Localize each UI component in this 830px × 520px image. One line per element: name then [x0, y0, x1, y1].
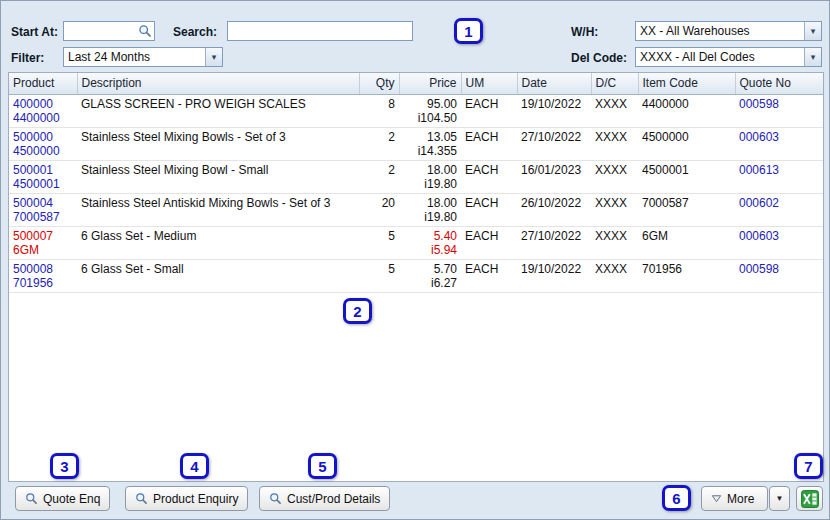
um-cell: EACH	[461, 160, 517, 193]
date-cell: 16/01/2023	[517, 160, 591, 193]
callout-4: 4	[180, 453, 209, 479]
product-cell: 5000047000587	[9, 193, 77, 226]
cust-prod-details-button[interactable]: Cust/Prod Details	[259, 486, 390, 511]
search-input[interactable]	[228, 22, 412, 40]
start-at-input[interactable]	[64, 22, 136, 40]
description-cell: 6 Glass Set - Medium	[77, 226, 359, 259]
price-inc: i14.355	[403, 144, 457, 158]
filter-label: Filter:	[11, 51, 44, 65]
product-code-link[interactable]: 500000	[13, 130, 73, 144]
description-cell: GLASS SCREEN - PRO WEIGH SCALES	[77, 94, 359, 127]
item-code-cell: 4500001	[638, 160, 735, 193]
date-cell: 19/10/2022	[517, 94, 591, 127]
more-dropdown-button[interactable]: ▼	[769, 486, 790, 511]
price-inc: i19.80	[403, 177, 457, 191]
col-header-qty[interactable]: Qty	[359, 73, 399, 94]
table-row[interactable]: 5000014500001 Stainless Steel Mixing Bow…	[9, 160, 823, 193]
product-code-link[interactable]: 500004	[13, 196, 73, 210]
quote-no-cell: 000603	[735, 127, 823, 160]
filter-select[interactable]: Last 24 Months ▾	[63, 47, 223, 67]
quote-no-cell: 000602	[735, 193, 823, 226]
warehouse-value: XX - All Warehouses	[636, 24, 804, 38]
quote-enq-label: Quote Enq	[43, 492, 100, 506]
dc-cell: XXXX	[591, 94, 638, 127]
price-ex: 5.70	[403, 262, 457, 276]
col-header-item-code[interactable]: Item Code	[638, 73, 735, 94]
quote-no-link[interactable]: 000613	[739, 163, 779, 177]
col-header-price[interactable]: Price	[399, 73, 461, 94]
product-code-link[interactable]: 4400000	[13, 111, 73, 125]
dc-cell: XXXX	[591, 259, 638, 292]
item-code-cell: 4400000	[638, 94, 735, 127]
triangle-down-icon	[711, 493, 722, 504]
warehouse-select[interactable]: XX - All Warehouses ▾	[635, 21, 822, 41]
price-cell: 13.05i14.355	[399, 127, 461, 160]
product-enquiry-button[interactable]: Product Enquiry	[125, 486, 248, 511]
product-code-link[interactable]: 4500000	[13, 144, 73, 158]
product-code-link[interactable]: 701956	[13, 276, 73, 290]
table-row[interactable]: 5000076GM 6 Glass Set - Medium 5 5.40i5.…	[9, 226, 823, 259]
product-code-link[interactable]: 4500001	[13, 177, 73, 191]
qty-cell: 8	[359, 94, 399, 127]
col-header-product[interactable]: Product	[9, 73, 77, 94]
product-code-link[interactable]: 6GM	[13, 243, 73, 257]
product-cell: 4000004400000	[9, 94, 77, 127]
price-inc: i104.50	[403, 111, 457, 125]
quote-no-cell: 000603	[735, 226, 823, 259]
quote-no-link[interactable]: 000603	[739, 229, 779, 243]
price-cell: 18.00i19.80	[399, 193, 461, 226]
quote-no-link[interactable]: 000598	[739, 262, 779, 276]
col-header-date[interactable]: Date	[517, 73, 591, 94]
quote-no-cell: 000613	[735, 160, 823, 193]
quote-no-link[interactable]: 000603	[739, 130, 779, 144]
table-row[interactable]: 5000047000587 Stainless Steel Antiskid M…	[9, 193, 823, 226]
col-header-um[interactable]: UM	[461, 73, 517, 94]
quote-no-cell: 000598	[735, 259, 823, 292]
qty-cell: 2	[359, 160, 399, 193]
description-cell: Stainless Steel Antiskid Mixing Bowls - …	[77, 193, 359, 226]
more-button[interactable]: More	[701, 486, 768, 511]
price-inc: i19.80	[403, 210, 457, 224]
item-code-cell: 4500000	[638, 127, 735, 160]
start-at-label: Start At:	[11, 25, 58, 39]
product-cell: 5000004500000	[9, 127, 77, 160]
item-code-cell: 6GM	[638, 226, 735, 259]
product-code-link[interactable]: 500001	[13, 163, 73, 177]
quote-no-cell: 000598	[735, 94, 823, 127]
excel-icon	[801, 490, 819, 508]
callout-5: 5	[308, 453, 337, 479]
item-code-cell: 7000587	[638, 193, 735, 226]
description-cell: 6 Glass Set - Small	[77, 259, 359, 292]
product-code-link[interactable]: 500008	[13, 262, 73, 276]
magnifier-icon	[25, 492, 38, 505]
del-code-select[interactable]: XXXX - All Del Codes ▾	[635, 47, 822, 67]
um-cell: EACH	[461, 226, 517, 259]
search-icon[interactable]	[136, 22, 154, 40]
table-row[interactable]: 4000004400000 GLASS SCREEN - PRO WEIGH S…	[9, 94, 823, 127]
quote-no-link[interactable]: 000602	[739, 196, 779, 210]
export-excel-button[interactable]	[796, 486, 823, 511]
qty-cell: 5	[359, 259, 399, 292]
quote-no-link[interactable]: 000598	[739, 97, 779, 111]
search-label: Search:	[173, 25, 217, 39]
date-cell: 27/10/2022	[517, 127, 591, 160]
product-code-link[interactable]: 7000587	[13, 210, 73, 224]
table-row[interactable]: 500008701956 6 Glass Set - Small 5 5.70i…	[9, 259, 823, 292]
dc-cell: XXXX	[591, 226, 638, 259]
col-header-dc[interactable]: D/C	[591, 73, 638, 94]
col-header-description[interactable]: Description	[77, 73, 359, 94]
dc-cell: XXXX	[591, 160, 638, 193]
qty-cell: 20	[359, 193, 399, 226]
col-header-quote-no[interactable]: Quote No	[735, 73, 823, 94]
um-cell: EACH	[461, 259, 517, 292]
quote-enq-button[interactable]: Quote Enq	[15, 486, 110, 511]
caret-down-icon: ▼	[776, 494, 784, 503]
callout-2: 2	[343, 298, 372, 324]
chevron-down-icon: ▾	[804, 22, 821, 40]
product-code-link[interactable]: 400000	[13, 97, 73, 111]
table-row[interactable]: 5000004500000 Stainless Steel Mixing Bow…	[9, 127, 823, 160]
dc-cell: XXXX	[591, 127, 638, 160]
enquiry-window: Start At: Search: W/H: XX - All Warehous…	[0, 0, 830, 520]
product-code-link[interactable]: 500007	[13, 229, 73, 243]
chevron-down-icon: ▾	[804, 48, 821, 66]
